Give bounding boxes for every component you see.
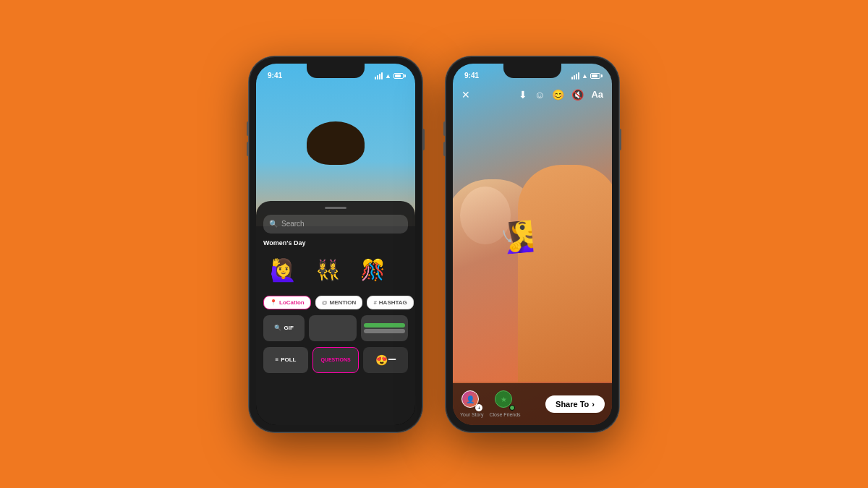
gif-label: GIF bbox=[284, 325, 293, 331]
poll-icon: ≡ bbox=[275, 356, 278, 363]
status-icons-1: ▲ bbox=[375, 72, 404, 80]
questions-widget[interactable]: QUESTIONS bbox=[312, 347, 359, 373]
emoji-face-icon[interactable]: ☺ bbox=[535, 89, 545, 100]
download-icon[interactable]: ⬇ bbox=[519, 89, 527, 100]
audio-icon[interactable]: 🔇 bbox=[571, 89, 584, 100]
gif-search-icon: 🔍 bbox=[274, 325, 281, 331]
quiz-bar-gray bbox=[364, 329, 405, 333]
hashtag-tag-button[interactable]: # HASHTAG bbox=[367, 296, 413, 309]
gif-widget[interactable]: 🔍 GIF bbox=[263, 315, 305, 341]
section-label: Women's Day bbox=[263, 239, 408, 247]
close-friends-label: Close Friends bbox=[489, 412, 520, 417]
countdown-widget[interactable] bbox=[309, 315, 356, 341]
your-story-label: Your Story bbox=[460, 412, 483, 417]
toolbar-right-icons: ⬇ ☺ 😊 🔇 Aa bbox=[519, 89, 603, 100]
sticker-panel[interactable]: 🔍 Search Women's Day 🙋‍♀️ 👯‍♀️ 🎊 📍 LoCat… bbox=[256, 201, 415, 425]
phone-1-screen: 9:41 ▲ bbox=[256, 64, 415, 425]
status-time-1: 9:41 bbox=[268, 72, 282, 80]
hashtag-icon: # bbox=[373, 299, 376, 306]
close-friends-indicator bbox=[509, 405, 515, 411]
status-icons-2: ▲ bbox=[571, 72, 600, 80]
notch-2 bbox=[503, 64, 561, 78]
widget-row-1: 🔍 GIF bbox=[263, 315, 408, 341]
signal-icon-2 bbox=[571, 72, 579, 80]
search-icon: 🔍 bbox=[269, 220, 278, 228]
sticker-womens-3[interactable]: 🎊 bbox=[353, 251, 392, 290]
story-bottom-bar: 👤 + Your Story ★ bbox=[453, 383, 612, 425]
share-options: 👤 + Your Story ★ bbox=[460, 390, 521, 417]
search-placeholder: Search bbox=[281, 220, 305, 228]
phone-1: 9:41 ▲ bbox=[249, 56, 422, 432]
hashtag-label: HASHTAG bbox=[379, 299, 407, 306]
sticker-icon[interactable]: 😊 bbox=[552, 89, 564, 100]
battery-icon-2 bbox=[590, 73, 600, 79]
drag-handle[interactable] bbox=[325, 207, 346, 209]
text-tool-icon[interactable]: Aa bbox=[591, 89, 603, 100]
close-button[interactable]: ✕ bbox=[461, 89, 470, 100]
quiz-bar-green bbox=[364, 323, 405, 328]
close-friends-option[interactable]: ★ Close Friends bbox=[489, 390, 520, 417]
person-right bbox=[518, 165, 612, 382]
share-to-label: Share To bbox=[556, 400, 589, 408]
emoji-slider-track: ━━ bbox=[388, 356, 396, 363]
your-story-option[interactable]: 👤 + Your Story bbox=[460, 390, 483, 417]
battery-icon bbox=[393, 73, 404, 79]
emoji-slider-icon: 😍 bbox=[375, 354, 388, 366]
sticker-row: 🙋‍♀️ 👯‍♀️ 🎊 bbox=[263, 251, 408, 290]
location-label: LoCatIon bbox=[279, 299, 305, 306]
wifi-icon: ▲ bbox=[385, 72, 391, 80]
sticker-womens-1[interactable]: 🙋‍♀️ bbox=[263, 251, 302, 290]
poll-label: POLL bbox=[281, 356, 296, 363]
location-tag-button[interactable]: 📍 LoCatIon bbox=[263, 296, 311, 309]
share-to-chevron: › bbox=[592, 400, 595, 408]
tag-buttons-row: 📍 LoCatIon @ MENTION # HASHTAG bbox=[263, 296, 408, 309]
location-icon: 📍 bbox=[270, 299, 277, 306]
mention-label: MENTION bbox=[329, 299, 356, 306]
emoji-slider-widget[interactable]: 😍 ━━ bbox=[363, 347, 408, 373]
share-to-button[interactable]: Share To › bbox=[545, 395, 605, 413]
notch bbox=[307, 64, 365, 78]
phones-container: 9:41 ▲ bbox=[249, 56, 619, 432]
signal-icon bbox=[375, 72, 383, 80]
wifi-icon-2: ▲ bbox=[582, 72, 588, 80]
sticker-womens-2[interactable]: 👯‍♀️ bbox=[308, 251, 347, 290]
quiz-widget[interactable] bbox=[361, 315, 408, 341]
widget-row-2: ≡ POLL QUESTIONS 😍 ━━ bbox=[263, 347, 408, 373]
mention-icon: @ bbox=[322, 299, 328, 306]
phone-2-screen: 🧏‍♀️ 9:41 ▲ bbox=[453, 64, 612, 425]
phone-2: 🧏‍♀️ 9:41 ▲ bbox=[446, 56, 619, 432]
questions-label: QUESTIONS bbox=[320, 357, 350, 362]
mention-tag-button[interactable]: @ MENTION bbox=[315, 296, 363, 309]
sticker-search-bar[interactable]: 🔍 Search bbox=[263, 215, 408, 234]
story-sticker-overlay[interactable]: 🧏‍♀️ bbox=[497, 218, 536, 255]
poll-widget[interactable]: ≡ POLL bbox=[263, 347, 308, 373]
person-silhouette bbox=[307, 121, 365, 165]
story-toolbar: ✕ ⬇ ☺ 😊 🔇 Aa bbox=[453, 84, 612, 106]
status-time-2: 9:41 bbox=[464, 72, 479, 80]
